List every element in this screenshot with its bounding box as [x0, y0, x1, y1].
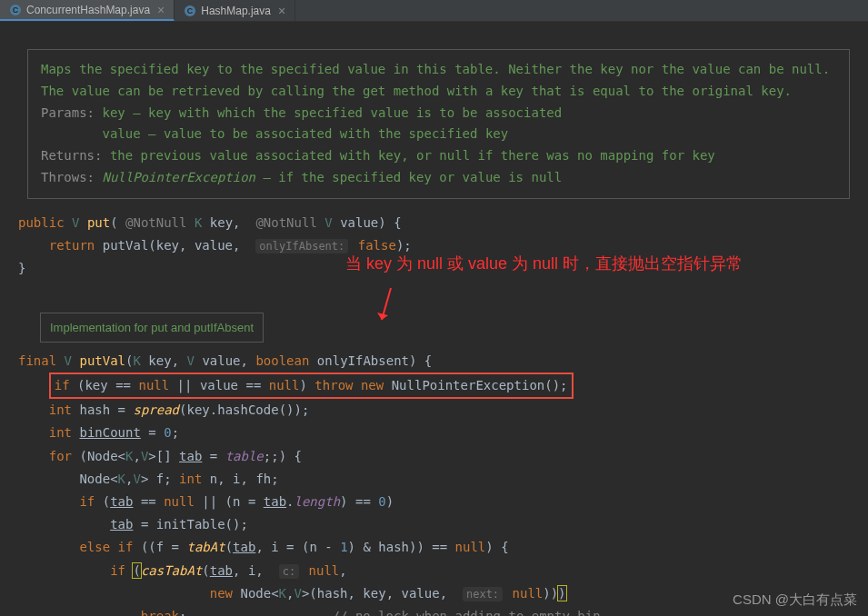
arrow-icon: [377, 283, 404, 329]
editor-tabs: C ConcurrentHashMap.java × C HashMap.jav…: [0, 0, 868, 22]
code-line-highlighted: if (key == null || value == null) throw …: [18, 373, 850, 399]
code-line: if (casTabAt(tab, i, c: null,: [18, 560, 850, 582]
svg-text:C: C: [187, 6, 194, 15]
code-line: for (Node<K,V>[] tab = table;;) {: [18, 445, 850, 468]
annotation-comment: 当 key 为 null 或 value 为 null 时，直接抛出空指针异常: [345, 249, 743, 278]
code-line: Node<K,V> f; int n, i, fh;: [18, 468, 850, 491]
svg-text:C: C: [13, 5, 19, 15]
doc-params: Params: key – key with which the specifi…: [41, 103, 836, 146]
doc-description: The value can be retrieved by calling th…: [41, 81, 836, 103]
tab-label: HashMap.java: [201, 5, 271, 17]
code-line: tab = initTable();: [18, 513, 850, 536]
code-line: final V putVal(K key, V value, boolean o…: [18, 350, 850, 373]
code-line: public V put( @NotNull K key, @NotNull V…: [18, 212, 850, 234]
code-line: break; // no lock when adding to empty b…: [18, 605, 850, 616]
code-line: int binCount = 0;: [18, 422, 850, 444]
code-editor[interactable]: Maps the specified key to the specified …: [0, 22, 868, 616]
doc-summary: Maps the specified key to the specified …: [41, 59, 836, 81]
tab-concurrenthashmap[interactable]: C ConcurrentHashMap.java ×: [0, 0, 175, 21]
java-class-icon: C: [9, 4, 22, 16]
tab-label: ConcurrentHashMap.java: [26, 4, 150, 16]
doc-throws: Throws: NullPointerException – if the sp…: [41, 167, 836, 189]
code-line: int hash = spread(key.hashCode());: [18, 399, 850, 422]
close-icon[interactable]: ×: [157, 3, 165, 17]
java-class-icon: C: [184, 5, 196, 17]
javadoc-block: Maps the specified key to the specified …: [27, 49, 850, 199]
doc-returns: Returns: the previous value associated w…: [41, 145, 836, 167]
close-icon[interactable]: ×: [278, 4, 285, 18]
implementation-label: Implementation for put and putIfAbsent: [40, 313, 264, 343]
tab-hashmap[interactable]: C HashMap.java ×: [175, 0, 295, 21]
watermark: CSDN @大白有点菜: [733, 591, 857, 609]
code-line: new Node<K,V>(hash, key, value, next: nu…: [18, 582, 850, 605]
code-line: if (tab == null || (n = tab.length) == 0…: [18, 491, 850, 513]
code-line: else if ((f = tabAt(tab, i = (n - 1) & h…: [18, 536, 850, 559]
